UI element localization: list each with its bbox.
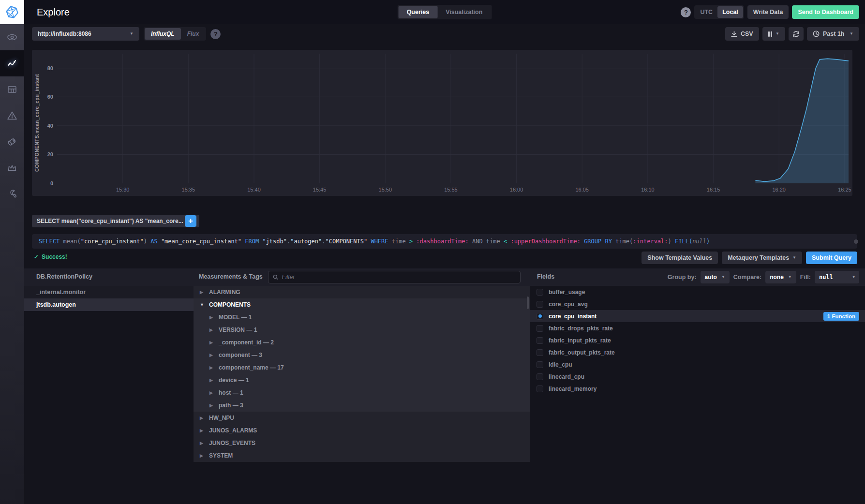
add-query-button[interactable]: + xyxy=(185,215,196,227)
language-flux[interactable]: Flux xyxy=(181,28,206,40)
caret-right-icon: ▶ xyxy=(209,390,214,395)
field-item[interactable]: fabric_output_pkts_rate xyxy=(530,346,865,358)
query-tab[interactable]: SELECT mean("core_cpu_instant") AS "mean… xyxy=(32,215,199,227)
write-data-button[interactable]: Write Data xyxy=(747,5,789,19)
time-range-dropdown[interactable]: Past 1h ▼ xyxy=(807,27,859,41)
sidebar-item-admin[interactable] xyxy=(0,155,24,181)
caret-right-icon: ▶ xyxy=(209,378,214,383)
measurement-item[interactable]: ▶HW_NPU xyxy=(194,412,530,424)
tab-visualization[interactable]: Visualization xyxy=(437,6,491,18)
field-item[interactable]: fabric_drops_pkts_rate xyxy=(530,322,865,334)
tag-key-item[interactable]: ▶device — 1 xyxy=(194,374,530,386)
database-item[interactable]: jtsdb.autogen xyxy=(24,298,194,311)
query-token: :interval: xyxy=(633,238,668,245)
checkbox-icon[interactable] xyxy=(537,373,543,380)
field-item[interactable]: fabric_input_pkts_rate xyxy=(530,334,865,346)
pause-button[interactable]: ▼ xyxy=(762,27,785,41)
show-template-values-button[interactable]: Show Template Values xyxy=(641,252,718,264)
field-item[interactable]: buffer_usage xyxy=(530,286,865,298)
tab-queries[interactable]: Queries xyxy=(399,6,438,18)
caret-right-icon: ▶ xyxy=(209,327,214,332)
refresh-button[interactable] xyxy=(789,27,804,41)
query-editor[interactable]: SELECT mean("core_cpu_instant") AS "mean… xyxy=(32,234,857,249)
query-token: time( xyxy=(615,238,633,245)
database-item[interactable]: _internal.monitor xyxy=(24,286,194,298)
tag-key-item[interactable]: ▶path — 3 xyxy=(194,399,530,412)
caret-right-icon: ▶ xyxy=(209,315,214,320)
group-by-label: Group by: xyxy=(668,274,697,281)
caret-right-icon: ▶ xyxy=(209,340,214,345)
compare-label: Compare: xyxy=(733,274,761,281)
scrollbar-thumb[interactable] xyxy=(527,296,529,309)
sidebar-item-host-list[interactable] xyxy=(0,24,24,50)
query-token: AS xyxy=(150,238,161,245)
fill-dropdown[interactable]: null ▼ xyxy=(815,271,859,283)
tag-key-item[interactable]: ▶VERSION — 1 xyxy=(194,324,530,336)
checkbox-icon[interactable] xyxy=(537,325,543,332)
sidebar-item-log-viewer[interactable] xyxy=(0,129,24,155)
field-item[interactable]: linecard_cpu xyxy=(530,371,865,383)
query-token: "mean_core_cpu_instant" xyxy=(161,238,245,245)
field-name: fabric_drops_pkts_rate xyxy=(549,325,613,332)
fields-list: buffer_usagecore_cpu_avgcore_cpu_instant… xyxy=(530,286,865,395)
sidebar-item-data-explorer[interactable] xyxy=(0,50,24,76)
chronograf-logo[interactable] xyxy=(0,0,24,24)
checkbox-icon[interactable] xyxy=(537,349,543,356)
metaquery-templates-dropdown[interactable]: Metaquery Templates ▼ xyxy=(722,252,802,264)
caret-right-icon: ▶ xyxy=(200,441,205,445)
checkbox-icon[interactable] xyxy=(537,301,543,308)
measurement-filter[interactable] xyxy=(268,271,521,283)
field-item[interactable]: idle_cpu xyxy=(530,358,865,371)
help-icon[interactable]: ? xyxy=(681,7,691,17)
svg-text:16:25: 16:25 xyxy=(838,187,851,193)
submit-query-button[interactable]: Submit Query xyxy=(806,252,857,264)
source-dropdown[interactable]: http://influxdb:8086 ▼ xyxy=(32,27,139,41)
checkbox-icon[interactable] xyxy=(537,361,543,368)
language-toggle: InfluxQL Flux xyxy=(144,27,206,41)
line-chart[interactable]: 15:3015:3515:4015:4515:5015:5516:0016:05… xyxy=(32,50,852,196)
query-token: :upperDashboardTime: xyxy=(510,238,584,245)
checkbox-icon[interactable] xyxy=(537,337,543,344)
measurement-item[interactable]: ▶JUNOS_EVENTS xyxy=(194,437,530,449)
field-item[interactable]: core_cpu_instant1 Function xyxy=(530,310,865,322)
fields-header: Fields xyxy=(537,273,554,280)
svg-text:16:05: 16:05 xyxy=(575,187,589,193)
measurement-item[interactable]: ▶SYSTEM xyxy=(194,449,530,462)
chevron-down-icon: ▼ xyxy=(788,275,792,279)
caret-right-icon: ▶ xyxy=(200,453,205,458)
sidebar-item-configuration[interactable] xyxy=(0,181,24,207)
sidebar-item-dashboards[interactable] xyxy=(0,76,24,103)
pulse-graph-icon xyxy=(7,58,17,69)
checkbox-icon[interactable] xyxy=(537,289,543,296)
checkbox-icon[interactable] xyxy=(537,385,543,392)
refresh-icon xyxy=(792,30,800,38)
tag-key-item[interactable]: ▶_component_id — 2 xyxy=(194,336,530,349)
field-item[interactable]: linecard_memory xyxy=(530,383,865,395)
sidebar-item-alerting[interactable] xyxy=(0,103,24,129)
query-token: "core_cpu_instant" xyxy=(81,238,144,245)
measurement-item[interactable]: ▶JUNOS_ALARMS xyxy=(194,424,530,437)
expanded-measurement-block: ▼COMPONENTS▶MODEL — 1▶VERSION — 1▶_compo… xyxy=(194,298,530,412)
download-csv-button[interactable]: CSV xyxy=(725,27,759,41)
tag-key-item[interactable]: ▶host — 1 xyxy=(194,386,530,399)
language-influxql[interactable]: InfluxQL xyxy=(145,28,181,40)
tag-key-item[interactable]: ▶MODEL — 1 xyxy=(194,311,530,324)
send-to-dashboard-button[interactable]: Send to Dashboard xyxy=(792,5,859,19)
measurement-filter-input[interactable] xyxy=(282,274,516,281)
measurement-item[interactable]: ▼COMPONENTS xyxy=(194,298,530,311)
page-title: Explore xyxy=(37,7,70,18)
function-count-badge[interactable]: 1 Function xyxy=(823,312,859,321)
compare-dropdown[interactable]: none ▼ xyxy=(765,271,796,283)
measurement-item[interactable]: ▶ALARMING xyxy=(194,286,530,298)
query-token: FROM xyxy=(245,238,262,245)
group-by-dropdown[interactable]: auto ▼ xyxy=(701,271,730,283)
field-item[interactable]: core_cpu_avg xyxy=(530,298,865,310)
svg-text:60: 60 xyxy=(47,94,53,100)
query-token: :dashboardTime: xyxy=(416,238,472,245)
tag-key-item[interactable]: ▶component_name — 17 xyxy=(194,361,530,374)
timezone-local[interactable]: Local xyxy=(717,6,743,18)
language-help-icon[interactable]: ? xyxy=(210,29,221,39)
checkbox-checked-icon[interactable] xyxy=(537,313,543,320)
tag-key-item[interactable]: ▶component — 3 xyxy=(194,349,530,361)
timezone-utc[interactable]: UTC xyxy=(695,6,717,18)
